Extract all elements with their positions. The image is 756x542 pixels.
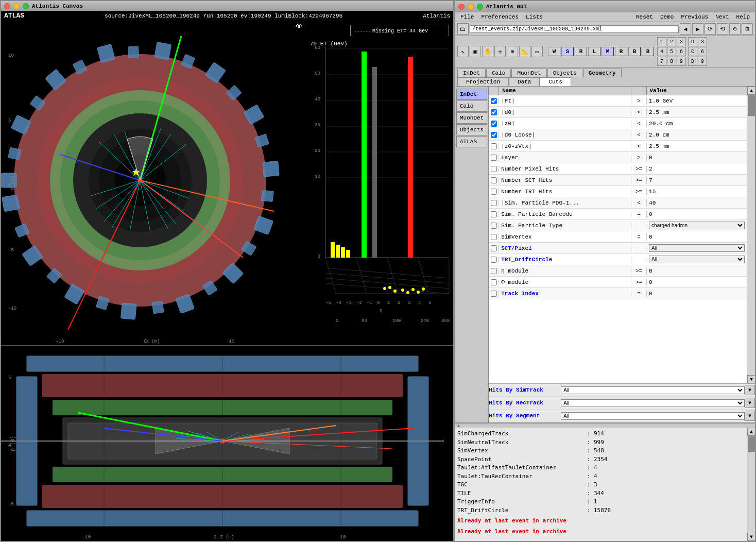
det-btn-s[interactable]: S [561, 47, 574, 56]
back-btn[interactable]: 🗀 [457, 23, 469, 35]
side-tab-objects[interactable]: Objects [456, 124, 487, 136]
tool-rect[interactable]: ▭ [531, 46, 543, 57]
menu-previous[interactable]: Previous [678, 13, 711, 21]
log-scroll-thumb[interactable] [748, 436, 755, 452]
num-7[interactable]: 7 [657, 57, 666, 66]
side-view-detector[interactable]: ρ (m) 5 0 -5 -10 0 10 Z (m) [1, 345, 453, 541]
nav-btn-5[interactable]: ⊙ [729, 23, 741, 35]
hits-simtrack-select[interactable]: All [561, 386, 745, 394]
det-btn-m[interactable]: M [602, 47, 614, 56]
nav-btn-3[interactable]: ⟳ [705, 23, 716, 35]
cut-checkbox-4[interactable] [491, 143, 497, 149]
log-scroll-up[interactable]: ▲ [747, 428, 755, 436]
nav-back-btn[interactable]: ◀ [680, 23, 691, 35]
cut-checkbox-13[interactable] [491, 245, 497, 251]
cut-value-11[interactable]: charged hadron [647, 221, 747, 230]
cut-checkbox-7[interactable] [491, 177, 497, 183]
tool-zoom[interactable]: ⊕ [507, 46, 518, 57]
side-tab-muondet[interactable]: MuonDet [456, 112, 487, 124]
num-3b[interactable]: 3 [698, 37, 707, 46]
menu-demo[interactable]: Demo [657, 13, 677, 21]
menu-next[interactable]: Next [712, 13, 732, 21]
cut-value-14[interactable]: All [647, 255, 747, 264]
num-c[interactable]: C [688, 47, 697, 56]
hits-segment-select[interactable]: All [561, 412, 745, 420]
cuts-scrollbar[interactable]: ▲ ▼ [747, 87, 755, 383]
cut-select-14[interactable]: All [649, 256, 745, 263]
log-scrollbar[interactable]: ▲ ▼ [747, 428, 755, 541]
num-1[interactable]: 1 [657, 37, 666, 46]
num-9[interactable]: 9 [677, 57, 686, 66]
nav-btn-6[interactable]: ⊞ [742, 23, 753, 35]
cut-checkbox-8[interactable] [491, 189, 497, 195]
cut-checkbox-2[interactable] [491, 121, 497, 127]
tab-muondet[interactable]: MuonDet [511, 69, 546, 77]
hits-simtrack-dropdown[interactable]: ▼ [745, 385, 755, 395]
nav-forward-btn[interactable]: ▶ [692, 23, 703, 35]
subtab-cuts[interactable]: Cuts [540, 77, 571, 86]
minimize-button[interactable] [13, 3, 20, 9]
nav-btn-4[interactable]: ⟲ [717, 23, 728, 35]
menu-help[interactable]: Help [733, 13, 753, 21]
num-4[interactable]: 4 [657, 47, 666, 56]
num-d[interactable]: D [688, 57, 697, 66]
menu-reset[interactable]: Reset [633, 13, 656, 21]
circular-detector-view[interactable]: Y (m) 10 5 0 -5 -10 -10 0 10 X (m) 👁 [1, 21, 305, 345]
menu-preferences[interactable]: Preferences [478, 13, 522, 21]
cut-checkbox-5[interactable] [491, 155, 497, 161]
tool-crosshair[interactable]: ✛ [494, 46, 506, 57]
num-6[interactable]: 6 [677, 47, 686, 56]
subtab-projection[interactable]: Projection [457, 77, 509, 86]
cut-checkbox-6[interactable] [491, 166, 497, 172]
cut-checkbox-1[interactable] [491, 109, 497, 115]
gui-close-button[interactable] [458, 4, 465, 10]
tab-objects[interactable]: Objects [547, 69, 582, 77]
det-btn-r[interactable]: R [575, 47, 587, 56]
det-btn-b2[interactable]: B [642, 47, 654, 56]
side-tab-atlas[interactable]: ATLAS [456, 136, 487, 147]
cut-checkbox-16[interactable] [491, 279, 497, 285]
num-5[interactable]: 5 [667, 47, 676, 56]
gui-maximize-button[interactable] [477, 4, 483, 10]
filepath-display[interactable]: /test_events.zip/JiveXML_105200_190249.x… [470, 25, 679, 33]
hits-segment-dropdown[interactable]: ▼ [745, 411, 755, 421]
scroll-down-arrow[interactable]: ▼ [747, 375, 755, 383]
close-button[interactable] [4, 3, 10, 9]
num-6b[interactable]: 6 [698, 47, 707, 56]
num-8[interactable]: 8 [667, 57, 676, 66]
tab-indet[interactable]: InDet [457, 69, 486, 77]
det-btn-l[interactable]: L [588, 47, 600, 56]
side-tab-indet[interactable]: InDet [456, 89, 487, 100]
log-scroll-down[interactable]: ▼ [747, 533, 755, 541]
det-btn-r2[interactable]: R [615, 47, 627, 56]
det-btn-b1[interactable]: B [628, 47, 641, 56]
cut-checkbox-11[interactable] [491, 223, 497, 229]
scroll-thumb[interactable] [748, 95, 755, 116]
menu-file[interactable]: File [457, 13, 477, 21]
maximize-button[interactable] [23, 3, 29, 9]
cut-value-13[interactable]: All [647, 244, 747, 252]
cut-checkbox-10[interactable] [491, 211, 497, 217]
cut-select-11[interactable]: charged hadron [649, 222, 745, 229]
gui-minimize-button[interactable] [468, 4, 474, 10]
num-2[interactable]: 2 [667, 37, 676, 46]
scroll-up-arrow[interactable]: ▲ [747, 87, 755, 95]
tool-select[interactable]: ▣ [470, 46, 481, 57]
tab-calo[interactable]: Calo [486, 69, 511, 77]
cut-checkbox-3[interactable] [491, 132, 497, 138]
tab-geometry[interactable]: Geometry [583, 69, 622, 77]
menu-lists[interactable]: Lists [523, 13, 546, 21]
cut-checkbox-0[interactable] [491, 98, 497, 104]
hits-rectrack-select[interactable]: All [561, 399, 745, 407]
det-btn-w[interactable]: W [548, 47, 560, 56]
hits-rectrack-dropdown[interactable]: ▼ [745, 398, 755, 408]
num-9b[interactable]: 9 [698, 57, 707, 66]
num-u[interactable]: U [688, 37, 697, 46]
cut-checkbox-17[interactable] [491, 291, 497, 297]
tool-hand[interactable]: ✋ [482, 46, 493, 57]
cut-checkbox-12[interactable] [491, 234, 497, 240]
tool-measure[interactable]: 📐 [519, 46, 530, 57]
cut-checkbox-9[interactable] [491, 200, 497, 206]
cut-checkbox-15[interactable] [491, 268, 497, 274]
cut-checkbox-14[interactable] [491, 257, 497, 263]
